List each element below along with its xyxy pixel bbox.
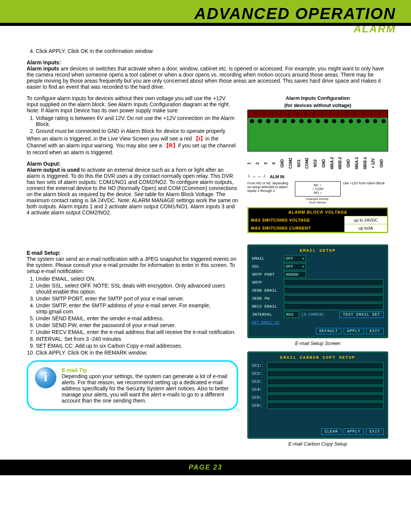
email-tip-box: E-mail Tip Depending upon your settings,…	[27, 360, 238, 411]
email-setup-heading: E-mail Setup:	[27, 250, 238, 256]
cc2-field[interactable]	[267, 370, 384, 377]
email-setup-steps: Under EMAIL, select ON. Under SSL, selec…	[27, 276, 238, 356]
terminal-block-diagram	[247, 110, 388, 152]
exit-button[interactable]: EXIT	[366, 328, 384, 334]
email-step-9: SET EMAIL CC: Add up to six Carbon Copy …	[36, 343, 238, 349]
test-email-button[interactable]: TEST EMAIL SET	[339, 312, 384, 318]
red-r-icon: 【R】	[164, 142, 178, 149]
email-dropdown[interactable]: OFF	[284, 255, 306, 262]
smtp-field[interactable]	[284, 279, 384, 286]
alarm-inputs-config-para: To configure alarm inputs for devices wi…	[27, 95, 238, 107]
email-step-8: INTERVAL: Set from 3 -240 minutes	[36, 336, 238, 342]
alarm-inputs-para: Alarm inputs are devices or switches tha…	[27, 66, 388, 90]
diagram-title-1: Alarm Inputs Configuration	[247, 95, 388, 101]
apply-button[interactable]: APPLY	[344, 328, 364, 334]
note-2: Ground must be connected to GND in Alarm…	[36, 128, 238, 134]
alarm-output-lead: Alarm output is used	[27, 167, 80, 173]
cc4-field[interactable]	[267, 386, 384, 393]
exit-button-2[interactable]: EXIT	[366, 428, 384, 435]
continued-steps: Click APPLY. Click OK in the confirmatio…	[27, 48, 388, 54]
pin-labels: 1 2 3 4 GND COM1 NO1 COM2 NO2 GND 485A-2…	[247, 153, 388, 174]
diagram-foot-right: Use +12V from Alarm Block	[343, 181, 388, 204]
email-step-1: Under EMAIL, select ON.	[36, 276, 238, 282]
dvr2-caption: E-mail Carbon Copy Setup	[247, 441, 388, 447]
alm-in-row: └──┘ ALM IN	[247, 174, 388, 179]
screw-row	[248, 110, 388, 118]
cc3-field[interactable]	[267, 378, 384, 385]
dvr2-title: EMAIL CARBON COPY SETUP	[252, 355, 384, 360]
dvr1-caption: E-mail Setup Screen	[247, 340, 388, 346]
sensor-label: Example Device:Door Sensor	[295, 197, 340, 204]
email-setup-intro: The system can send an e-mail notificati…	[27, 256, 238, 274]
apply-button-2[interactable]: APPLY	[344, 428, 364, 435]
smtp-port-field[interactable]: 00000	[284, 271, 306, 278]
vtable-header: ALARM BLOCK VOLTAGE	[248, 208, 388, 216]
email-cc-screen: EMAIL CARBON COPY SETUP CC1: CC2: CC3: C…	[247, 351, 388, 439]
diagram-foot-left: From NO or NC depending on setup selecte…	[247, 181, 293, 204]
door-sensor-icon: NC ○ ○ COM NO ○	[295, 181, 340, 197]
dvr1-title: EMAIL SETUP	[252, 248, 384, 253]
cc1-field[interactable]	[267, 362, 384, 369]
page-title: ADVANCED OPERATION	[0, 0, 411, 23]
tip-title: E-mail Tip	[62, 367, 230, 373]
alarm-output-heading: Alarm Ouput:	[27, 161, 238, 167]
hole-row	[248, 118, 388, 125]
alarm-block-voltage-table: ALARM BLOCK VOLTAGE MAX SWITCHING VOLTAG…	[247, 207, 388, 233]
diagram-title-2: (for devices without voltage)	[247, 102, 388, 108]
diagram-footnotes: From NO or NC depending on setup selecte…	[247, 181, 388, 204]
info-icon	[35, 367, 56, 388]
cc6-field[interactable]	[267, 402, 384, 409]
email-step-6: Under SEND PW, enter the password of you…	[36, 322, 238, 328]
step-4: Click APPLY. Click OK in the confirmatio…	[36, 48, 388, 54]
interval-field[interactable]: 003	[284, 311, 299, 318]
tip-body: Depending upon your settings, the system…	[62, 373, 230, 404]
set-email-cc-link[interactable]: SET EMAIL CC	[252, 321, 279, 325]
email-step-5: Under SEND EMAIL, enter the sender e-mai…	[36, 315, 238, 321]
email-step-3: Under SMTP PORT, enter the SMTP port of …	[36, 296, 238, 302]
cc5-field[interactable]	[267, 394, 384, 401]
email-step-2: Under SSL, select OFF. NOTE: SSL deals w…	[36, 283, 238, 295]
page-footer: PAGE 23	[0, 460, 411, 475]
alarm-inputs-note-list: Voltage rating is between 6V and 12V. Do…	[27, 115, 238, 134]
default-button[interactable]: DEFAULT	[316, 328, 341, 334]
alarm-inputs-note: Note: If Alarm Input Device has its own …	[27, 107, 238, 113]
email-step-7: Under RECV EMAIL, enter the e-mail addre…	[36, 329, 238, 335]
note-1: Voltage rating is between 6V and 12V. Do…	[36, 115, 238, 127]
alarm-inputs-lead: Alarm inputs	[27, 66, 59, 72]
email-setup-screen: EMAIL SETUP EMAILOFF SSLOFF SMTP PORT000…	[247, 244, 388, 338]
red-i-icon: 【I】	[193, 136, 206, 142]
clear-button[interactable]: CLEAR	[321, 428, 341, 435]
send-pw-field[interactable]	[284, 295, 384, 302]
header-bar: ADVANCED OPERATION	[0, 0, 411, 23]
email-step-4: Under SMTP, enter the SMTP address of yo…	[36, 302, 238, 315]
send-email-field[interactable]	[284, 287, 384, 294]
alarm-output-para: Alarm output is used to activate an exte…	[27, 167, 238, 216]
alarm-trigger-para: When an alarm is triggered, in the Live …	[27, 136, 238, 155]
email-step-10: Click APPLY. Click OK in the REMARK wind…	[36, 350, 238, 356]
ssl-dropdown[interactable]: OFF	[284, 263, 306, 270]
alarm-inputs-heading: Alarm Inputs:	[27, 59, 388, 66]
recv-email-field[interactable]	[284, 303, 384, 310]
